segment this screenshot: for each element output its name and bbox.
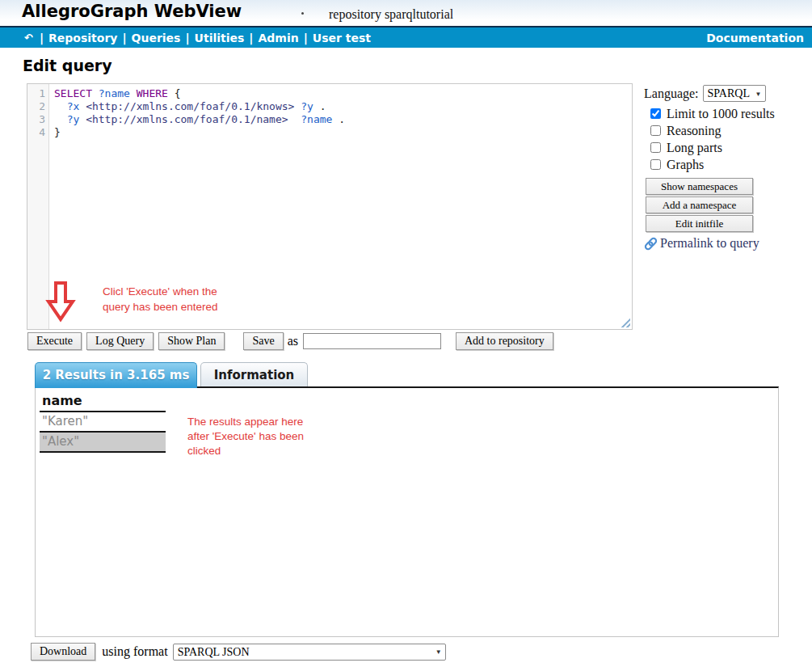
line-number: 1 xyxy=(27,87,45,100)
nav-separator: | xyxy=(117,32,131,44)
download-row: Download using format SPARQL JSON ▼ xyxy=(31,643,446,661)
stray-dot xyxy=(301,12,304,15)
tab-2-results-in-3-165-ms[interactable]: 2 Results in 3.165 ms xyxy=(35,362,197,388)
log-query-button[interactable]: Log Query xyxy=(86,332,154,350)
checkbox-row-limit-to-1000-results[interactable]: Limit to 1000 results xyxy=(650,105,812,122)
result-rows: "Karen""Alex" xyxy=(40,412,166,453)
red-down-arrow-icon xyxy=(44,281,78,323)
annotation-line: after 'Execute' has been xyxy=(187,429,304,444)
query-action-row: Execute Log Query Show Plan Save as Add … xyxy=(27,332,553,350)
app-title: AllegroGraph WebView xyxy=(22,2,242,21)
results-table: name "Karen""Alex" xyxy=(40,391,166,453)
tab-information[interactable]: Information xyxy=(200,362,308,386)
show-plan-button[interactable]: Show Plan xyxy=(158,332,225,350)
checkbox-label: Reasoning xyxy=(667,124,722,138)
add-a-namespace-button[interactable]: Add a namespace xyxy=(646,196,753,213)
query-editor[interactable]: 1234 SELECT ?name WHERE { ?x <http://xml… xyxy=(27,83,633,330)
checkbox-row-long-parts[interactable]: Long parts xyxy=(650,139,812,156)
code-line: ?y <http://xmlns.com/foaf/0.1/name> ?nam… xyxy=(54,113,632,126)
annotation-line: The results appear here xyxy=(187,415,304,429)
format-select[interactable]: SPARQL JSON xyxy=(173,644,446,661)
checkbox-reasoning[interactable] xyxy=(650,125,661,136)
line-number: 4 xyxy=(27,126,45,139)
header: AllegroGraph WebView repository sparqltu… xyxy=(0,0,812,26)
back-arrow-icon[interactable]: ↶ xyxy=(24,32,33,44)
line-number: 3 xyxy=(27,113,45,126)
nav-separator: | xyxy=(299,32,313,44)
nav-item-admin[interactable]: Admin xyxy=(258,32,298,44)
checkbox-graphs[interactable] xyxy=(650,159,661,170)
page-title: Edit query xyxy=(23,57,112,74)
checkbox-label: Graphs xyxy=(667,158,704,172)
link-icon xyxy=(644,237,658,251)
nav-item-user-test[interactable]: User test xyxy=(313,32,371,44)
annotation-line: query has been entered xyxy=(103,299,218,315)
checkbox-label: Limit to 1000 results xyxy=(667,107,775,121)
execute-button[interactable]: Execute xyxy=(27,332,82,350)
nav-item-repository[interactable]: Repository xyxy=(48,32,117,44)
line-number: 2 xyxy=(27,100,45,113)
language-label: Language: xyxy=(644,87,699,101)
table-row[interactable]: "Karen" xyxy=(40,412,166,433)
nav-separator: | xyxy=(35,32,48,44)
permalink-label: Permalink to query xyxy=(660,236,759,251)
checkbox-row-graphs[interactable]: Graphs xyxy=(650,156,812,173)
checkbox-label: Long parts xyxy=(667,141,722,155)
table-row[interactable]: "Alex" xyxy=(40,433,166,453)
save-name-input[interactable] xyxy=(303,333,441,349)
add-to-repository-button[interactable]: Add to repository xyxy=(456,332,553,350)
checkbox-long-parts[interactable] xyxy=(650,142,661,153)
results-tabs: 2 Results in 3.165 msInformation xyxy=(35,362,308,388)
edit-initfile-button[interactable]: Edit initfile xyxy=(646,215,753,232)
nav-item-utilities[interactable]: Utilities xyxy=(195,32,245,44)
permalink-to-query-link[interactable]: Permalink to query xyxy=(644,236,812,251)
results-panel: name "Karen""Alex" The results appear he… xyxy=(35,386,779,637)
code-line: SELECT ?name WHERE { xyxy=(54,87,632,100)
annotation-line: clicked xyxy=(187,444,304,458)
namespace-buttons: Show namespacesAdd a namespaceEdit initf… xyxy=(646,178,812,232)
save-button[interactable]: Save xyxy=(243,332,283,350)
results-annotation: The results appear hereafter 'Execute' h… xyxy=(187,415,304,458)
nav-items: ↶ | Repository | Queries | Utilities | A… xyxy=(24,32,371,44)
using-format-label: using format xyxy=(102,644,167,659)
nav-item-queries[interactable]: Queries xyxy=(132,32,181,44)
show-namespaces-button[interactable]: Show namespaces xyxy=(646,178,753,195)
nav-separator: | xyxy=(244,32,258,44)
as-label: as xyxy=(288,334,298,348)
query-options-panel: Language: SPARQL ▼ Limit to 1000 results… xyxy=(644,85,812,251)
column-header-name: name xyxy=(40,391,166,412)
nav-separator: | xyxy=(180,32,194,44)
nav-bar: ↶ | Repository | Queries | Utilities | A… xyxy=(0,26,812,48)
code-line: } xyxy=(54,126,632,139)
repository-label: repository sparqltutorial xyxy=(329,7,453,22)
checkbox-row-reasoning[interactable]: Reasoning xyxy=(650,122,812,139)
nav-item-documentation[interactable]: Documentation xyxy=(706,32,804,44)
language-select[interactable]: SPARQL xyxy=(703,85,766,102)
annotation-line: Clicl 'Execute' when the xyxy=(103,284,218,299)
option-checkboxes: Limit to 1000 resultsReasoningLong parts… xyxy=(650,105,812,173)
editor-annotation: Clicl 'Execute' when thequery has been e… xyxy=(103,284,218,315)
checkbox-limit-to-1000-results[interactable] xyxy=(650,108,661,119)
download-button[interactable]: Download xyxy=(31,643,95,661)
code-line: ?x <http://xmlns.com/foaf/0.1/knows> ?y … xyxy=(54,100,632,113)
